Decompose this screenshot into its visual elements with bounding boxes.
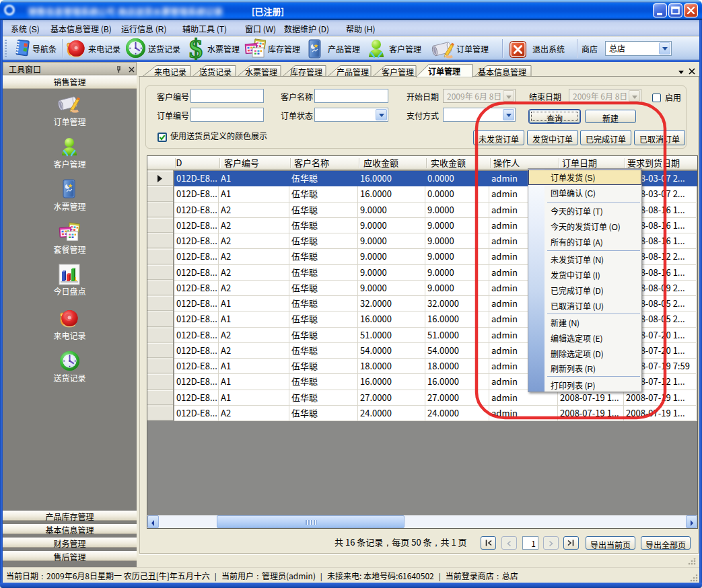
svg-text:$: $ <box>189 36 203 61</box>
